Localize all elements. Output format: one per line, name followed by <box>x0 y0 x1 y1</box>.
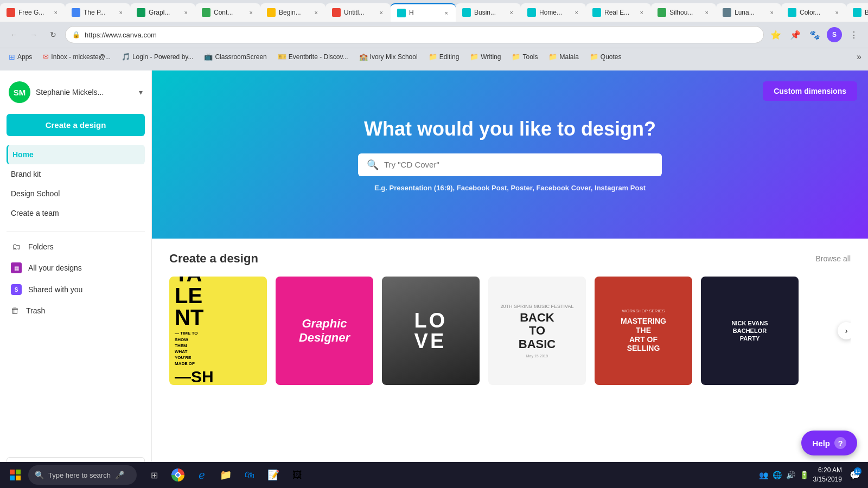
main-content: Custom dimensions What would you like to… <box>152 70 868 488</box>
tab-close-the[interactable]: × <box>118 8 124 17</box>
tab-bar: Free G... × The P... × Grapl... × Cont..… <box>0 0 868 22</box>
tab-favicon-luna <box>723 8 731 17</box>
taskbar-chrome[interactable] <box>167 464 189 486</box>
bookmark-editing-label: Editing <box>439 53 459 61</box>
tab-close-cont[interactable]: × <box>248 8 254 17</box>
tab-close-home[interactable]: × <box>574 8 579 17</box>
bookmark-eventbrite[interactable]: 🎫 Eventbrite - Discov... <box>273 52 353 62</box>
tab-gmail[interactable]: Free G... × <box>0 3 65 22</box>
taskbar-photos[interactable]: 🖼 <box>286 464 308 486</box>
taskbar-store[interactable]: 🛍 <box>239 464 260 486</box>
tab-close-untit[interactable]: × <box>379 8 384 17</box>
tab-real[interactable]: Real E... × <box>586 3 651 22</box>
bookmark-malala[interactable]: 📁 Malala <box>544 52 583 62</box>
nav-item-brand-kit[interactable]: Brand kit <box>7 164 145 184</box>
card-content-love: LOVE <box>382 277 480 385</box>
custom-dimensions-button[interactable]: Custom dimensions <box>763 81 857 101</box>
nav-item-all-designs[interactable]: ▦ All your designs <box>7 257 145 279</box>
tab-close-color[interactable]: × <box>834 8 840 17</box>
bookmark-login[interactable]: 🎵 Login - Powered by... <box>117 52 198 62</box>
tab-home[interactable]: Home... × <box>521 3 586 22</box>
taskbar-sticky[interactable]: 📝 <box>263 464 284 486</box>
design-card-talent[interactable]: TALENT — time toshowthemwhatyou'remade o… <box>169 277 267 385</box>
tab-graphy[interactable]: Grapl... × <box>130 3 195 22</box>
tab-close-luna[interactable]: × <box>769 8 775 17</box>
design-card-graphic[interactable]: GraphicDesigner <box>276 277 373 385</box>
bookmark-tools[interactable]: 📁 Tools <box>507 52 542 62</box>
browse-all-button[interactable]: Browse all <box>815 254 851 263</box>
help-button[interactable]: Help ? <box>801 431 857 455</box>
tab-close-begin[interactable]: × <box>314 8 319 17</box>
search-input[interactable] <box>384 160 653 169</box>
tab-favicon-home <box>527 8 536 17</box>
user-profile[interactable]: SM Stephanie Mickels... ▾ <box>7 79 145 105</box>
tab-build[interactable]: Build... × <box>846 3 868 22</box>
folder-icon-malala: 📁 <box>548 53 557 61</box>
create-design-button[interactable]: Create a design <box>7 114 145 136</box>
bookmark-apps[interactable]: ⊞ Apps <box>4 52 36 62</box>
tab-close-canva[interactable]: × <box>444 9 449 17</box>
tab-close-real[interactable]: × <box>639 8 644 17</box>
cards-next-button[interactable]: › <box>838 322 851 339</box>
profile-button[interactable]: S <box>827 27 842 42</box>
tab-close-graphy[interactable]: × <box>183 8 189 17</box>
bookmarks-more-button[interactable]: » <box>854 50 864 64</box>
bookmark-quotes-label: Quotes <box>601 53 622 61</box>
url-text: https://www.canva.com <box>85 31 757 39</box>
design-card-basic[interactable]: 20TH SPRING MUSIC FESTIVAL BACKTOBASIC M… <box>488 277 586 385</box>
bookmark-malala-label: Malala <box>559 53 578 61</box>
taskbar-task-view[interactable]: ⊞ <box>143 464 165 486</box>
taskbar-search-bar[interactable]: 🔍 Type here to search 🎤 <box>28 465 137 485</box>
bookmark-ivory[interactable]: 🏫 Ivory Mix School <box>355 52 422 62</box>
tab-begin[interactable]: Begin... × <box>260 3 326 22</box>
bookmark-inbox-label: Inbox - mickeste@... <box>51 53 111 61</box>
tab-the[interactable]: The P... × <box>65 3 130 22</box>
tab-luna[interactable]: Luna... × <box>716 3 781 22</box>
card-subtitle-mastering: WORKSHOP SERIES <box>622 309 665 313</box>
bookmark-classroom[interactable]: 📺 ClassroomScreen <box>200 52 271 62</box>
tab-silho[interactable]: Silhou... × <box>651 3 716 22</box>
nav-item-create-team[interactable]: Create a team <box>7 203 145 223</box>
bookmark-writing[interactable]: 📁 Writing <box>465 52 505 62</box>
nav-item-folders[interactable]: 🗂 Folders <box>7 236 145 257</box>
pinterest-button[interactable]: 📌 <box>788 27 803 42</box>
nav-item-trash[interactable]: 🗑 Trash <box>7 300 145 321</box>
tab-busin[interactable]: Busin... × <box>456 3 521 22</box>
tab-close-gmail[interactable]: × <box>53 8 59 17</box>
extension-button[interactable]: 🐾 <box>807 27 822 42</box>
notification-button[interactable]: 💬 11 <box>846 464 864 486</box>
design-card-mastering[interactable]: WORKSHOP SERIES MASTERINGTHEART OFSELLIN… <box>595 277 692 385</box>
nav-label-trash: Trash <box>26 306 45 315</box>
tab-favicon-gmail <box>7 8 15 17</box>
tab-title-graphy: Grapl... <box>149 9 180 16</box>
nav-item-shared[interactable]: S Shared with you <box>7 279 145 300</box>
folder-icon-editing: 📁 <box>429 53 437 61</box>
taskbar-edge[interactable]: ℯ <box>191 464 213 486</box>
tab-cont[interactable]: Cont... × <box>195 3 260 22</box>
design-card-love[interactable]: LOVE <box>382 277 480 385</box>
back-button[interactable]: ← <box>7 27 22 42</box>
refresh-button[interactable]: ↻ <box>46 27 61 42</box>
bookmark-inbox[interactable]: ✉ Inbox - mickeste@... <box>39 52 115 62</box>
nav-item-home[interactable]: Home <box>7 145 145 164</box>
tab-color[interactable]: Color... × <box>781 3 846 22</box>
nav-item-design-school[interactable]: Design School <box>7 184 145 203</box>
bookmark-quotes[interactable]: 📁 Quotes <box>585 52 626 62</box>
tab-close-busin[interactable]: × <box>509 8 514 17</box>
start-button[interactable] <box>4 464 26 486</box>
card-text-love: LOVE <box>414 310 448 351</box>
menu-button[interactable]: ⋮ <box>846 27 861 42</box>
taskbar-search-icon: 🔍 <box>35 471 44 479</box>
tab-untit[interactable]: Untitl... × <box>326 3 391 22</box>
bookmark-star-button[interactable]: ⭐ <box>768 27 783 42</box>
tab-canva[interactable]: H × <box>391 3 456 22</box>
card-text-mastering: MASTERINGTHEART OFSELLING <box>621 317 666 353</box>
tab-close-silho[interactable]: × <box>704 8 710 17</box>
taskbar-explorer[interactable]: 📁 <box>215 464 237 486</box>
taskbar-clock[interactable]: 6:20 AM 3/15/2019 <box>813 466 842 484</box>
design-card-bachelor[interactable]: NICK EVANSBACHELORPARTY <box>701 277 799 385</box>
bookmark-editing[interactable]: 📁 Editing <box>424 52 464 62</box>
hero-title: What would you like to design? <box>364 118 656 140</box>
forward-button[interactable]: → <box>26 27 41 42</box>
url-bar[interactable]: 🔒 https://www.canva.com <box>65 26 764 43</box>
